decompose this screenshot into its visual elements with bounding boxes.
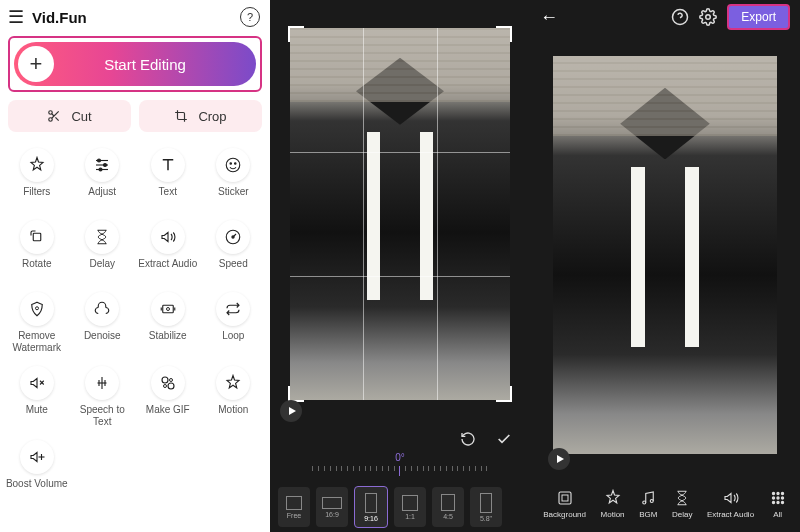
bottom-tool-all[interactable]: All xyxy=(769,489,787,519)
svg-point-1 xyxy=(49,118,53,122)
svg-point-43 xyxy=(777,497,779,499)
start-editing-label: Start Editing xyxy=(54,56,256,73)
sticker-icon xyxy=(216,148,250,182)
ratio-label: 5.8" xyxy=(480,515,492,522)
tool-adjust[interactable]: Adjust xyxy=(70,142,136,212)
svg-point-0 xyxy=(49,111,53,115)
video-frame-result xyxy=(553,56,777,454)
svg-point-38 xyxy=(650,500,653,503)
ratio-11[interactable]: 1:1 xyxy=(394,487,426,527)
reset-icon[interactable] xyxy=(460,431,476,451)
bottom-tool-label: Background xyxy=(543,510,586,519)
tool-loop[interactable]: Loop xyxy=(201,286,267,358)
svg-point-12 xyxy=(230,163,232,165)
back-icon[interactable]: ← xyxy=(540,7,558,28)
tool-label: Boost Volume xyxy=(6,478,68,500)
delay-icon xyxy=(673,489,691,507)
tool-label: Text xyxy=(159,186,177,208)
tool-rotate[interactable]: Rotate xyxy=(4,214,70,284)
confirm-icon[interactable] xyxy=(496,431,512,451)
plus-icon: + xyxy=(18,46,54,82)
bottom-tool-bgm[interactable]: BGM xyxy=(639,489,657,519)
ratio-58[interactable]: 5.8" xyxy=(470,487,502,527)
menu-icon[interactable]: ☰ xyxy=(8,6,24,28)
play-button[interactable] xyxy=(280,400,302,422)
rotation-ruler[interactable]: 0° xyxy=(270,454,530,482)
ratio-label: 4:5 xyxy=(443,513,453,520)
adjust-icon xyxy=(85,148,119,182)
svg-line-3 xyxy=(56,117,59,120)
tool-stabilize[interactable]: Stabilize xyxy=(135,286,201,358)
tool-filters[interactable]: Filters xyxy=(4,142,70,212)
boost-volume-icon xyxy=(20,440,54,474)
tool-label: Make GIF xyxy=(146,404,190,426)
svg-rect-36 xyxy=(562,495,568,501)
gear-icon[interactable] xyxy=(699,8,717,26)
background-icon xyxy=(556,489,574,507)
tool-delay[interactable]: Delay xyxy=(70,214,136,284)
tool-label: Speech to Text xyxy=(70,404,136,428)
bottom-tool-label: Motion xyxy=(601,510,625,519)
tool-label: Adjust xyxy=(88,186,116,208)
svg-point-11 xyxy=(227,158,241,172)
stabilize-icon xyxy=(151,292,185,326)
tool-speech-to-text[interactable]: Speech to Text xyxy=(70,360,136,432)
motion-icon xyxy=(216,366,250,400)
start-editing-button[interactable]: + Start Editing xyxy=(14,42,256,86)
tool-mute[interactable]: Mute xyxy=(4,360,70,432)
cut-label: Cut xyxy=(71,109,91,124)
tool-text[interactable]: Text xyxy=(135,142,201,212)
help-icon[interactable]: ? xyxy=(240,7,260,27)
all-icon xyxy=(769,489,787,507)
motion-icon xyxy=(604,489,622,507)
ratio-label: 9:16 xyxy=(364,515,378,522)
ratio-Free[interactable]: Free xyxy=(278,487,310,527)
help-icon-right[interactable] xyxy=(671,8,689,26)
bottom-tool-delay[interactable]: Delay xyxy=(672,489,692,519)
tool-label: Sticker xyxy=(218,186,249,208)
ratio-45[interactable]: 4:5 xyxy=(432,487,464,527)
crop-preview[interactable] xyxy=(270,0,530,428)
speed-icon xyxy=(216,220,250,254)
svg-point-39 xyxy=(772,492,774,494)
svg-rect-18 xyxy=(163,305,174,313)
svg-point-29 xyxy=(163,385,166,388)
tool-boost-volume[interactable]: Boost Volume xyxy=(4,434,70,504)
loop-icon xyxy=(216,292,250,326)
svg-point-17 xyxy=(35,307,38,310)
bottom-tool-extract-audio[interactable]: Extract Audio xyxy=(707,489,754,519)
bottom-tool-label: All xyxy=(773,510,782,519)
app-title: Vid.Fun xyxy=(32,9,240,26)
speech-to-text-icon xyxy=(85,366,119,400)
tool-speed[interactable]: Speed xyxy=(201,214,267,284)
svg-point-37 xyxy=(643,501,646,504)
tool-motion[interactable]: Motion xyxy=(201,360,267,432)
svg-point-10 xyxy=(99,168,102,171)
ratio-916[interactable]: 9:16 xyxy=(354,486,388,528)
cut-button[interactable]: Cut xyxy=(8,100,131,132)
bottom-tool-label: Delay xyxy=(672,510,692,519)
bottom-tool-background[interactable]: Background xyxy=(543,489,586,519)
scissors-icon xyxy=(47,109,61,123)
crop-button[interactable]: Crop xyxy=(139,100,262,132)
tool-extract-audio[interactable]: Extract Audio xyxy=(135,214,201,284)
denoise-icon xyxy=(85,292,119,326)
svg-point-34 xyxy=(706,15,711,20)
delay-icon xyxy=(85,220,119,254)
svg-point-44 xyxy=(781,497,783,499)
tool-label: Speed xyxy=(219,258,248,280)
bottom-tool-label: BGM xyxy=(639,510,657,519)
svg-point-13 xyxy=(235,163,237,165)
tool-sticker[interactable]: Sticker xyxy=(201,142,267,212)
tool-make-gif[interactable]: Make GIF xyxy=(135,360,201,432)
tool-denoise[interactable]: Denoise xyxy=(70,286,136,358)
play-button-right[interactable] xyxy=(548,448,570,470)
svg-point-42 xyxy=(772,497,774,499)
tool-remove-watermark[interactable]: Remove Watermark xyxy=(4,286,70,358)
remove-watermark-icon xyxy=(20,292,54,326)
svg-point-47 xyxy=(781,501,783,503)
svg-point-9 xyxy=(104,164,107,167)
export-button[interactable]: Export xyxy=(727,4,790,30)
ratio-169[interactable]: 16:9 xyxy=(316,487,348,527)
bottom-tool-motion[interactable]: Motion xyxy=(601,489,625,519)
